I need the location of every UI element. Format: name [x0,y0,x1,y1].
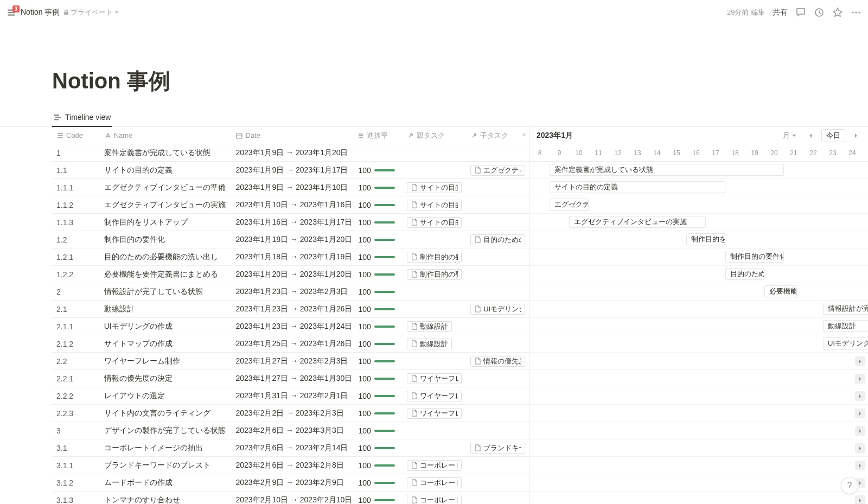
parent-chip[interactable]: ワイヤーフレー [407,391,462,401]
timeline-bar[interactable]: 必要機能を要件定義書にまとめる [764,285,797,297]
offscreen-indicator[interactable] [855,356,865,366]
cell-name[interactable]: 案件定義書が完成している状態 [100,148,232,158]
cell-name[interactable]: ブランドキーワードのブレスト [100,461,232,470]
timeline-bar[interactable]: 制作目的の要件化 [725,251,784,263]
timeline-bar[interactable]: サイトの目的の定義 [550,181,725,193]
granularity-selector[interactable]: 月 [781,130,800,142]
timeline-bar[interactable]: 案件定義書が完成している状態 [550,164,784,176]
offscreen-indicator[interactable] [855,426,865,436]
offscreen-indicator[interactable] [855,391,865,401]
table-row[interactable]: 3.1.1ブランドキーワードのブレスト2023年2月6日 → 2023年2月8日… [52,457,529,474]
sidebar-toggle[interactable]: 3 [7,8,16,17]
offscreen-indicator[interactable] [855,495,865,504]
table-row[interactable]: 3デザインの製作が完了している状態2023年2月6日 → 2023年3月3日10… [52,422,529,439]
table-row[interactable]: 2.1.2サイトマップの作成2023年1月25日 → 2023年1月26日100… [52,335,529,353]
parent-chip[interactable]: 動線設計 [407,339,452,349]
prev-button[interactable] [805,131,816,140]
star-icon[interactable] [832,7,843,18]
collapse-table-button[interactable]: « [522,130,525,138]
parent-chip[interactable]: サイトの目的の [407,217,462,228]
today-button[interactable]: 今日 [821,129,845,142]
timeline-bar[interactable]: エグゼクティブインタビューの準備 [550,199,589,210]
parent-chip[interactable]: コーポレート [407,460,462,471]
table-row[interactable]: 1.2.1目的のための必要機能の洗い出し2023年1月18日 → 2023年1月… [52,248,529,266]
header-progress[interactable]: 進捗率 [353,131,403,141]
timeline-bar[interactable]: 情報設計が完了 [823,303,868,315]
cell-name[interactable]: 必要機能を要件定義書にまとめる [100,270,232,279]
parent-chip[interactable]: 動線設計 [407,321,452,332]
privacy-selector[interactable]: プライベート [63,8,119,17]
parent-chip[interactable]: サイトの目的の [407,200,462,210]
table-row[interactable]: 2.1動線設計2023年1月23日 → 2023年1月26日100UIモデリング… [52,301,529,318]
table-row[interactable]: 2情報設計が完了している状態2023年1月23日 → 2023年2月3日100 [52,283,529,301]
parent-chip[interactable]: コーポレート [407,477,462,488]
parent-chip[interactable]: ワイヤーフレー [407,373,462,384]
table-row[interactable]: 3.1コーポレートイメージの抽出2023年2月6日 → 2023年2月14日10… [52,439,529,457]
timeline-bar[interactable]: エグゼクティブインタビューの実施 [569,216,706,228]
offscreen-indicator[interactable] [855,409,865,418]
cell-name[interactable]: 情報の優先度の決定 [100,374,232,384]
parent-chip[interactable]: サイトの目的の [407,182,462,193]
share-button[interactable]: 共有 [773,8,788,17]
table-row[interactable]: 1.1サイトの目的の定義2023年1月9日 → 2023年1月17日100エグゼ… [52,162,529,179]
cell-name[interactable]: 情報設計が完了している状態 [100,287,232,297]
help-button[interactable]: ? [841,477,858,494]
table-row[interactable]: 2.2.1情報の優先度の決定2023年1月27日 → 2023年1月30日100… [52,370,529,387]
parent-chip[interactable]: 制作目的の要 [407,252,462,263]
cell-name[interactable]: サイト内の文言のライティング [100,409,232,418]
page-title[interactable]: Notion 事例 [52,68,816,94]
cell-name[interactable]: 制作目的の要件化 [100,235,232,245]
timeline-bar[interactable]: 動線設計 [823,320,868,332]
next-button[interactable] [851,131,861,140]
child-chip[interactable]: UIモデリングの [470,304,525,315]
timeline-bar[interactable]: 目的のための必要機能の洗い出し [725,268,764,280]
timeline-bar[interactable]: 制作目的をリストアップ [686,233,725,245]
cell-name[interactable]: ワイヤーフレーム制作 [100,356,232,366]
parent-chip[interactable]: ワイヤーフレー [407,408,462,419]
header-child[interactable]: 子タスク [466,131,529,141]
cell-name[interactable]: ムードボードの作成 [100,478,232,488]
more-icon[interactable] [851,7,861,18]
offscreen-indicator[interactable] [855,374,865,384]
cell-name[interactable]: UIモデリングの作成 [100,322,232,331]
table-row[interactable]: 1.2制作目的の要件化2023年1月18日 → 2023年1月20日100目的の… [52,231,529,248]
parent-chip[interactable]: コーポレート [407,495,462,505]
cell-name[interactable]: コーポレートイメージの抽出 [100,443,232,453]
child-chip[interactable]: ブランドキー [470,443,525,454]
offscreen-indicator[interactable] [855,461,865,470]
child-chip[interactable]: エグゼクティ [470,165,525,176]
cell-name[interactable]: サイトの目的の定義 [100,165,232,175]
table-row[interactable]: 2.2ワイヤーフレーム制作2023年1月27日 → 2023年2月3日100情報… [52,353,529,370]
tab-timeline[interactable]: Timeline view [52,110,112,127]
table-row[interactable]: 1.1.3制作目的をリストアップ2023年1月16日 → 2023年1月17日1… [52,214,529,231]
header-parent[interactable]: 親タスク [403,131,466,141]
header-name[interactable]: Name [100,131,232,139]
table-row[interactable]: 1.2.2必要機能を要件定義書にまとめる2023年1月20日 → 2023年1月… [52,266,529,283]
cell-name[interactable]: エグゼクティブインタビューの準備 [100,183,232,193]
breadcrumb-title[interactable]: Notion 事例 [21,8,60,17]
comments-icon[interactable] [795,7,806,18]
table-row[interactable]: 1案件定義書が完成している状態2023年1月9日 → 2023年1月20日 [52,144,529,162]
child-chip[interactable]: 情報の優先度の [470,356,525,367]
cell-name[interactable]: レイアウトの選定 [100,391,232,401]
offscreen-indicator[interactable] [855,443,865,453]
table-row[interactable]: 2.2.3サイト内の文言のライティング2023年2月2日 → 2023年2月3日… [52,405,529,422]
table-row[interactable]: 1.1.1エグゼクティブインタビューの準備2023年1月9日 → 2023年1月… [52,179,529,196]
cell-name[interactable]: 制作目的をリストアップ [100,218,232,227]
cell-name[interactable]: 動線設計 [100,304,232,314]
updates-icon[interactable] [814,7,825,18]
cell-name[interactable]: エグゼクティブインタビューの実施 [100,200,232,210]
cell-name[interactable]: トンマナのすり合わせ [100,495,232,505]
cell-name[interactable]: デザインの製作が完了している状態 [100,426,232,436]
table-row[interactable]: 3.1.2ムードボードの作成2023年2月9日 → 2023年2月9日100コー… [52,474,529,492]
timeline-bar[interactable]: UIモデリングの [823,337,868,349]
child-chip[interactable]: 目的のための必 [470,234,525,245]
header-code[interactable]: Code [52,131,100,139]
table-row[interactable]: 2.2.2レイアウトの選定2023年1月31日 → 2023年2月1日100ワイ… [52,387,529,405]
cell-name[interactable]: 目的のための必要機能の洗い出し [100,252,232,262]
table-row[interactable]: 3.1.3トンマナのすり合わせ2023年2月10日 → 2023年2月10日10… [52,492,529,504]
table-row[interactable]: 2.1.1UIモデリングの作成2023年1月23日 → 2023年1月24日10… [52,318,529,335]
cell-name[interactable]: サイトマップの作成 [100,339,232,349]
header-date[interactable]: Date [231,131,352,139]
table-row[interactable]: 1.1.2エグゼクティブインタビューの実施2023年1月10日 → 2023年1… [52,196,529,214]
